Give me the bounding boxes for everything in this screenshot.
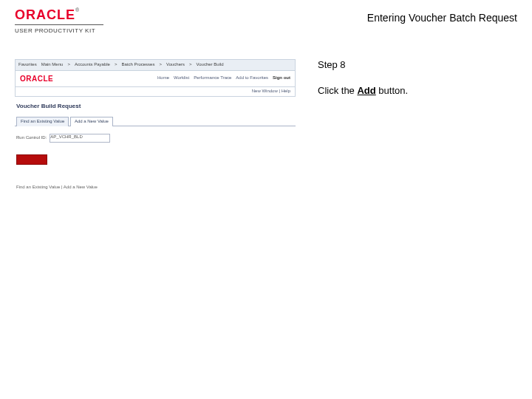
app-oracle-logo: ORACLE [20, 75, 53, 83]
page-title: Entering Voucher Batch Request [367, 12, 517, 24]
nav-worklist[interactable]: Worklist [174, 75, 189, 81]
breadcrumb-item: Main Menu [41, 62, 64, 68]
instruction-text: Click the Add button. [318, 85, 510, 96]
application-screenshot: Favorites Main Menu > Accounts Payable >… [15, 59, 296, 203]
instr-pre: Click the [318, 85, 357, 96]
oracle-logo-text: ORACLE [15, 7, 75, 22]
run-control-id-input[interactable]: AP_VCHR_BLD [50, 134, 110, 143]
instr-post: button. [376, 85, 408, 96]
breadcrumb-item: Batch Processes [121, 62, 154, 68]
nav-home[interactable]: Home [157, 75, 169, 81]
tab-add-new[interactable]: Add a New Value [70, 117, 113, 126]
tab-find-existing[interactable]: Find an Existing Value [16, 117, 69, 126]
logo-divider [15, 24, 103, 25]
app-nav-tabs: Home Worklist Performance Trace Add to F… [153, 72, 295, 84]
breadcrumb-item: Favorites [18, 62, 37, 68]
nav-add-favorites[interactable]: Add to Favorites [236, 75, 268, 81]
sub-nav: New Window | Help [15, 87, 296, 97]
upk-logo-group: ORACLE® USER PRODUCTIVITY KIT [15, 7, 103, 34]
breadcrumb-bar: Favorites Main Menu > Accounts Payable >… [15, 59, 296, 71]
nav-perf-trace[interactable]: Performance Trace [194, 75, 231, 81]
breadcrumb-item: Voucher Build [197, 62, 224, 68]
upk-subtitle: USER PRODUCTIVITY KIT [15, 27, 103, 34]
run-control-id-label: Run Control ID: [16, 135, 47, 141]
nav-signout[interactable]: Sign out [273, 75, 290, 81]
breadcrumb-item: Vouchers [166, 62, 185, 68]
add-button[interactable] [16, 154, 47, 165]
instr-add-keyword: Add [357, 85, 375, 96]
tab-strip: Find an Existing Value Add a New Value [15, 116, 296, 126]
step-label: Step 8 [318, 59, 510, 70]
footer-links: Find an Existing Value | Add a New Value [16, 185, 294, 191]
breadcrumb-item: Accounts Payable [75, 62, 110, 68]
trademark: ® [75, 7, 79, 13]
section-title: Voucher Build Request [16, 103, 294, 110]
